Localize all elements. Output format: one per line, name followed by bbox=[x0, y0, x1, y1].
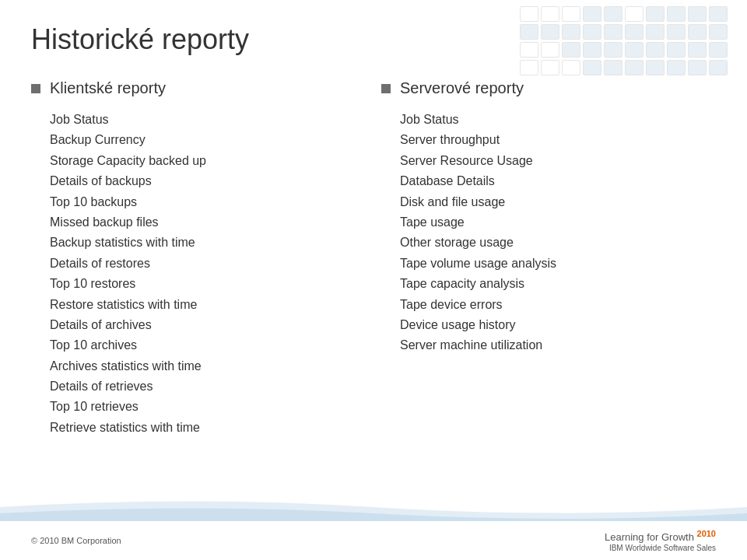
list-item: Details of retrieves bbox=[50, 376, 366, 397]
wave-decoration bbox=[0, 492, 747, 523]
list-item: Tape volume usage analysis bbox=[400, 254, 716, 274]
page-title: Historické reporty bbox=[31, 23, 716, 56]
list-item: Tape usage bbox=[400, 212, 716, 233]
right-section-header: Serverové reporty bbox=[381, 79, 716, 97]
right-section-title: Serverové reporty bbox=[400, 79, 524, 97]
list-item: Top 10 archives bbox=[50, 335, 366, 355]
list-item: Server machine utilization bbox=[400, 335, 716, 355]
list-item: Retrieve statistics with time bbox=[50, 418, 366, 438]
logo-year: 2010 bbox=[697, 529, 716, 538]
footer-logo: Learning for Growth 2010 IBM Worldwide S… bbox=[605, 529, 716, 551]
list-item: Backup statistics with time bbox=[50, 233, 366, 253]
left-bullet-icon bbox=[31, 84, 40, 93]
list-item: Backup Currency bbox=[50, 130, 366, 150]
list-item: Restore statistics with time bbox=[50, 295, 366, 315]
list-item: Missed backup files bbox=[50, 212, 366, 233]
left-list: Job StatusBackup CurrencyStorage Capacit… bbox=[31, 110, 366, 438]
list-item: Tape capacity analysis bbox=[400, 274, 716, 294]
list-item: Disk and file usage bbox=[400, 192, 716, 212]
left-section-title: Klientské reporty bbox=[50, 79, 166, 97]
list-item: Top 10 retrieves bbox=[50, 397, 366, 417]
left-column: Klientské reporty Job StatusBackup Curre… bbox=[31, 79, 366, 438]
copyright-text: © 2010 BM Corporation bbox=[31, 536, 121, 545]
list-item: Server Resource Usage bbox=[400, 151, 716, 171]
logo-line2: IBM Worldwide Software Sales bbox=[609, 544, 716, 552]
right-list: Job StatusServer throughputServer Resour… bbox=[381, 110, 716, 356]
list-item: Top 10 backups bbox=[50, 192, 366, 212]
right-bullet-icon bbox=[381, 84, 391, 93]
list-item: Database Details bbox=[400, 171, 716, 191]
list-item: Details of archives bbox=[50, 315, 366, 335]
list-item: Storage Capacity backed up bbox=[50, 151, 366, 171]
list-item: Job Status bbox=[50, 110, 366, 130]
right-column: Serverové reporty Job StatusServer throu… bbox=[381, 79, 716, 438]
main-content: Historické reporty Klientské reporty Job… bbox=[0, 0, 747, 521]
left-section-header: Klientské reporty bbox=[31, 79, 366, 97]
list-item: Device usage history bbox=[400, 315, 716, 335]
list-item: Tape device errors bbox=[400, 295, 716, 315]
list-item: Top 10 restores bbox=[50, 274, 366, 294]
logo-text: Learning for Growth bbox=[605, 532, 694, 544]
footer: © 2010 BM Corporation Learning for Growt… bbox=[0, 521, 747, 560]
list-item: Server throughput bbox=[400, 130, 716, 150]
logo-line1: Learning for Growth 2010 bbox=[605, 529, 716, 543]
list-item: Job Status bbox=[400, 110, 716, 130]
list-item: Details of restores bbox=[50, 254, 366, 274]
columns-container: Klientské reporty Job StatusBackup Curre… bbox=[31, 79, 716, 438]
list-item: Other storage usage bbox=[400, 233, 716, 253]
list-item: Details of backups bbox=[50, 171, 366, 191]
list-item: Archives statistics with time bbox=[50, 356, 366, 376]
